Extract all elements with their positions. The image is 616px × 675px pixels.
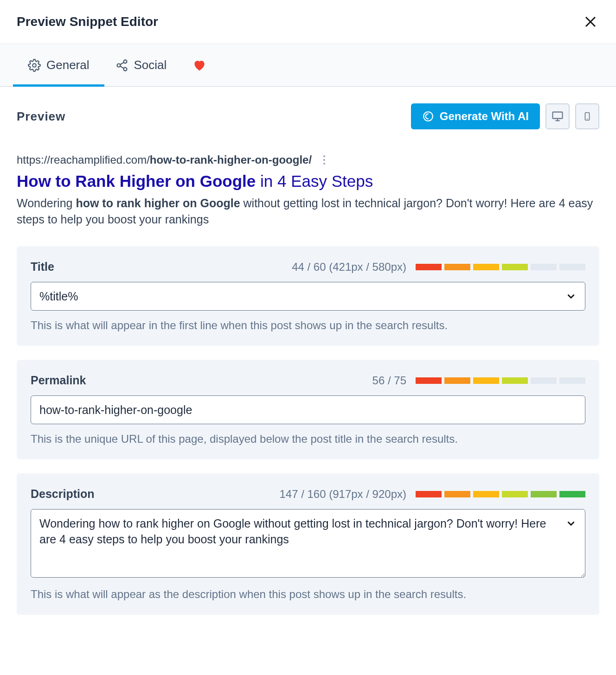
svg-point-5 — [123, 67, 127, 70]
field-counter: 44 / 60 (421px / 580px) — [292, 261, 406, 274]
svg-line-7 — [120, 66, 124, 68]
field-label: Title — [31, 260, 54, 274]
serp-url: https://reachamplified.com/how-to-rank-h… — [17, 153, 599, 166]
preview-actions: Generate With AI — [411, 103, 599, 129]
helper-text: This is the unique URL of this page, dis… — [31, 433, 585, 446]
preview-heading: Preview — [17, 109, 65, 124]
svg-point-16 — [323, 163, 325, 165]
length-meter — [416, 264, 585, 270]
modal-title: Preview Snippet Editor — [17, 14, 158, 29]
close-icon — [584, 15, 597, 29]
serp-title: How to Rank Higher on Google in 4 Easy S… — [17, 172, 599, 191]
modal-header: Preview Snippet Editor — [0, 0, 616, 44]
preview-header-row: Preview Generate With AI — [17, 103, 599, 129]
gear-icon — [28, 59, 41, 72]
field-counter: 147 / 160 (917px / 920px) — [279, 488, 406, 501]
field-label: Description — [31, 487, 95, 501]
heart-icon — [192, 58, 206, 72]
more-icon[interactable] — [323, 155, 326, 165]
ai-icon — [422, 110, 434, 122]
generate-ai-button[interactable]: Generate With AI — [411, 103, 540, 129]
permalink-input[interactable] — [31, 395, 585, 424]
close-button[interactable] — [582, 13, 599, 31]
field-panel-permalink: Permalink 56 / 75 This is the unique URL… — [17, 360, 599, 459]
smartphone-icon — [582, 110, 592, 123]
svg-point-4 — [117, 64, 120, 67]
svg-point-3 — [123, 60, 127, 63]
tab-favorite[interactable] — [192, 44, 206, 86]
description-input[interactable] — [31, 509, 585, 578]
field-panel-title: Title 44 / 60 (421px / 580px) This is wh… — [17, 246, 599, 346]
svg-point-15 — [323, 159, 325, 161]
monitor-icon — [551, 110, 564, 123]
helper-text: This is what will appear as the descript… — [31, 588, 585, 601]
svg-line-6 — [120, 62, 124, 64]
field-counter: 56 / 75 — [372, 374, 406, 387]
title-input[interactable] — [31, 282, 585, 311]
field-panel-description: Description 147 / 160 (917px / 920px) Th… — [17, 473, 599, 615]
length-meter — [416, 377, 585, 384]
svg-rect-9 — [553, 112, 563, 119]
serp-description: Wondering how to rank higher on Google w… — [17, 195, 599, 228]
length-meter — [416, 491, 585, 497]
serp-preview: https://reachamplified.com/how-to-rank-h… — [17, 153, 599, 228]
svg-point-2 — [32, 64, 36, 67]
tab-label: General — [46, 58, 90, 72]
tab-label: Social — [134, 58, 167, 72]
tabs-bar: General Social — [0, 44, 616, 87]
desktop-view-button[interactable] — [545, 103, 570, 129]
field-label: Permalink — [31, 374, 86, 387]
mobile-view-button[interactable] — [575, 103, 599, 129]
tab-social[interactable]: Social — [116, 44, 167, 86]
tab-general[interactable]: General — [28, 44, 90, 86]
svg-point-8 — [424, 112, 433, 121]
generate-label: Generate With AI — [440, 110, 529, 123]
share-icon — [116, 59, 128, 72]
svg-point-14 — [323, 155, 325, 157]
helper-text: This is what will appear in the first li… — [31, 319, 585, 332]
